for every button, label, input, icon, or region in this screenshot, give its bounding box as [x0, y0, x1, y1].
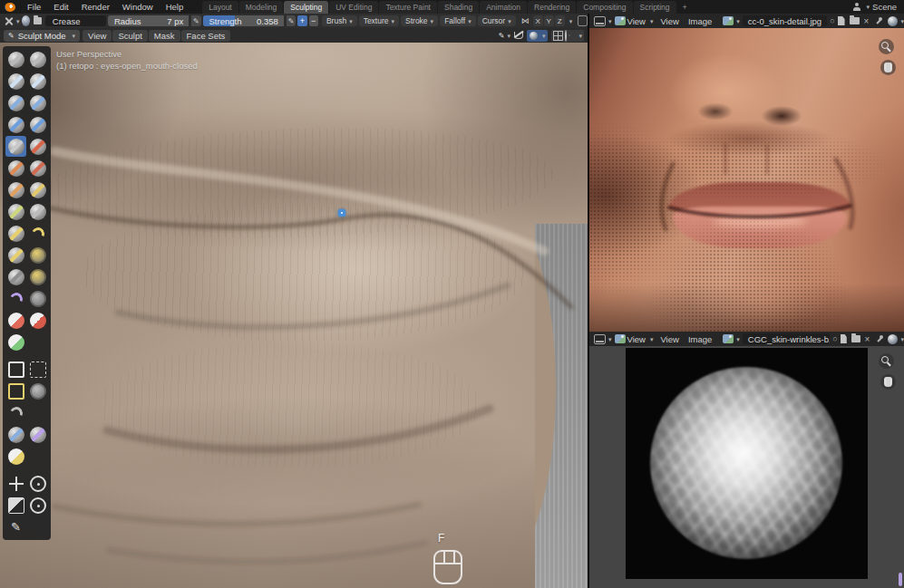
- image-name-field[interactable]: CGC_skin-wrinkles-b..: [743, 333, 830, 344]
- add-button[interactable]: +: [297, 15, 306, 26]
- editor-type-dropdown[interactable]: ▾: [594, 334, 612, 344]
- workspace-tab-scripting[interactable]: Scripting: [634, 1, 676, 14]
- display-channels-dropdown[interactable]: ▾: [888, 16, 904, 26]
- tool-clay-strips[interactable]: [27, 71, 48, 92]
- tool-edit-face-set[interactable]: [27, 381, 48, 401]
- tool-mask[interactable]: [5, 310, 26, 331]
- viewport-menu-face-sets[interactable]: Face Sets: [181, 30, 231, 42]
- tool-fill[interactable]: [27, 158, 48, 178]
- fake-user-icon[interactable]: ○: [832, 334, 837, 343]
- active-tool-dropdown[interactable]: ▾: [4, 16, 20, 26]
- workspace-tab-rendering[interactable]: Rendering: [528, 1, 576, 14]
- tool-color-filter[interactable]: [27, 424, 48, 445]
- view-mode-dropdown[interactable]: View ▾: [615, 334, 654, 344]
- symmetry-x-button[interactable]: X: [533, 15, 543, 26]
- tool-tweak[interactable]: [27, 495, 48, 516]
- tool-pinch[interactable]: [5, 201, 26, 222]
- pin-icon[interactable]: [876, 335, 883, 343]
- new-image-icon[interactable]: [841, 334, 847, 343]
- remove-button[interactable]: −: [309, 15, 318, 26]
- pan-hand-gizmo[interactable]: [880, 374, 896, 390]
- overlays-icon[interactable]: [553, 31, 563, 41]
- viewport-menu-view[interactable]: View: [83, 30, 112, 42]
- tool-inflate[interactable]: [5, 114, 26, 135]
- menu-help[interactable]: Help: [160, 1, 190, 13]
- menu-file[interactable]: File: [21, 1, 47, 13]
- tool-crease[interactable]: [5, 136, 26, 157]
- new-image-icon[interactable]: [838, 16, 845, 25]
- symmetry-z-button[interactable]: Z: [555, 15, 565, 26]
- add-workspace-button[interactable]: +: [677, 1, 693, 14]
- pan-hand-gizmo[interactable]: [880, 60, 896, 75]
- tool-box-mask[interactable]: [5, 359, 26, 380]
- chevron-down-icon[interactable]: ▾: [569, 18, 573, 24]
- display-channels-dropdown[interactable]: ▾: [888, 334, 904, 344]
- image-name-field[interactable]: cc-0_skin-detail.jpg: [743, 15, 827, 26]
- scrollbar-thumb[interactable]: [899, 573, 902, 586]
- menu-edit[interactable]: Edit: [47, 1, 74, 13]
- radius-slider[interactable]: Radius 7 px: [108, 15, 189, 26]
- workspace-tab-animation[interactable]: Animation: [480, 1, 527, 14]
- tool-draw[interactable]: [5, 49, 26, 70]
- workspace-tab-shading[interactable]: Shading: [438, 1, 479, 14]
- image-editor-bottom-canvas[interactable]: [589, 346, 904, 588]
- tool-multires-displacement-eraser[interactable]: [5, 332, 26, 352]
- tool-slide-relax[interactable]: [5, 288, 26, 309]
- image-editor-menu-image[interactable]: Image: [684, 333, 716, 345]
- popover-texture[interactable]: Texture▾: [359, 15, 399, 26]
- unlink-image-icon[interactable]: ×: [864, 16, 870, 26]
- workspace-tab-sculpting[interactable]: Sculpting: [284, 1, 328, 14]
- tool-smooth[interactable]: [27, 136, 48, 157]
- workspace-tab-layout[interactable]: Layout: [202, 1, 238, 14]
- pin-icon[interactable]: [875, 17, 883, 25]
- shading-solid-button[interactable]: [569, 34, 570, 36]
- sculpt-canvas[interactable]: User Perspective (1) retopo : eyes-open_…: [0, 43, 588, 588]
- symmetry-y-button[interactable]: Y: [544, 15, 554, 26]
- editor-type-dropdown[interactable]: ▾: [594, 16, 612, 26]
- viewport-menu-sculpt[interactable]: Sculpt: [112, 30, 147, 42]
- popover-falloff[interactable]: Falloff▾: [440, 15, 476, 26]
- image-editor-menu-view[interactable]: View: [656, 15, 683, 27]
- chevron-down-icon[interactable]: ▾: [578, 33, 582, 39]
- tool-grab[interactable]: [27, 201, 48, 222]
- annotation-tool-dropdown[interactable]: ✎ ▾: [499, 32, 510, 40]
- tool-paint[interactable]: [5, 446, 26, 467]
- shading-wireframe-button[interactable]: [565, 31, 567, 41]
- snap-magnet-icon[interactable]: [514, 32, 523, 39]
- area-divider[interactable]: [588, 14, 589, 588]
- tool-pose[interactable]: [27, 245, 48, 265]
- radius-pressure-icon[interactable]: ✎: [191, 15, 200, 26]
- tool-draw-face-sets[interactable]: [27, 310, 48, 331]
- strength-pressure-icon[interactable]: ✎: [287, 15, 296, 26]
- image-editor-menu-view[interactable]: View: [656, 333, 683, 345]
- open-image-icon[interactable]: [850, 17, 860, 24]
- tool-layer[interactable]: [27, 92, 48, 113]
- tool-transform[interactable]: [5, 495, 26, 516]
- browse-brush-icon[interactable]: [34, 17, 42, 24]
- zoom-gizmo[interactable]: [879, 353, 894, 369]
- tool-multi-plane-scrape[interactable]: [27, 179, 48, 200]
- tool-boundary[interactable]: [27, 288, 48, 309]
- menu-render[interactable]: Render: [75, 1, 116, 13]
- workspace-tab-uv-editing[interactable]: UV Editing: [329, 1, 378, 14]
- tool-move[interactable]: [5, 473, 26, 494]
- viewport-menu-mask[interactable]: Mask: [149, 30, 180, 42]
- workspace-tab-texture-paint[interactable]: Texture Paint: [379, 1, 437, 14]
- tool-thumb[interactable]: [5, 245, 26, 265]
- tool-annotate[interactable]: ✎: [5, 516, 26, 537]
- image-editor-menu-image[interactable]: Image: [684, 15, 716, 27]
- matcap-dropdown[interactable]: ▾: [527, 30, 549, 42]
- tool-clay-thumb[interactable]: [5, 92, 26, 113]
- strength-slider[interactable]: Strength 0.358: [203, 15, 284, 26]
- tool-rotate-brush[interactable]: [27, 266, 48, 287]
- tool-scrape[interactable]: [5, 179, 26, 200]
- workspace-tab-compositing[interactable]: Compositing: [577, 1, 632, 14]
- zoom-gizmo[interactable]: [879, 39, 894, 54]
- open-image-icon[interactable]: [851, 335, 860, 342]
- browse-image-dropdown[interactable]: ▾: [723, 16, 740, 25]
- mode-dropdown[interactable]: ✎ Sculpt Mode ▾: [4, 30, 80, 42]
- image-editor-top-canvas[interactable]: [589, 28, 904, 332]
- tool-draw-sharp[interactable]: [27, 49, 48, 70]
- brush-preview-icon[interactable]: [22, 15, 31, 26]
- fake-user-icon[interactable]: ○: [830, 16, 834, 25]
